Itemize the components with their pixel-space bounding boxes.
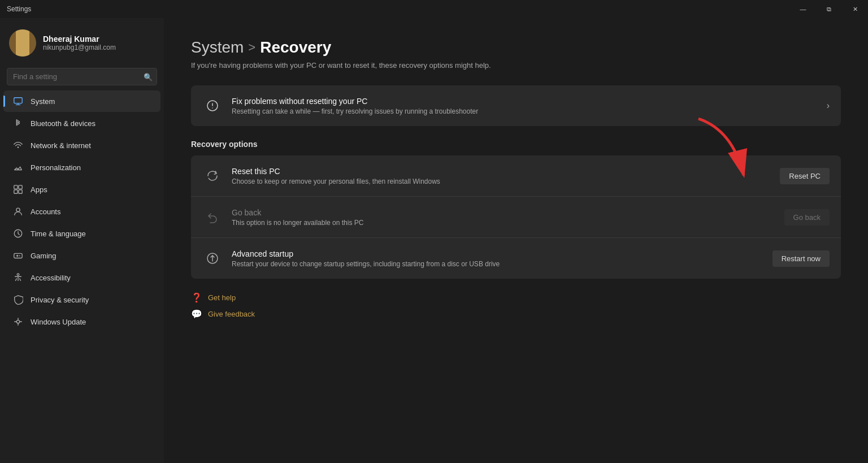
app-layout: Dheeraj Kumar nikunpubg1@gmail.com 🔍 Sys…	[0, 18, 868, 463]
option-row-go-back: Go back This option is no longer availab…	[191, 197, 841, 238]
sidebar-item-windows-update[interactable]: Windows Update	[3, 311, 160, 332]
give-feedback-icon: 💬	[191, 309, 202, 319]
breadcrumb-parent[interactable]: System	[191, 38, 244, 57]
sidebar-item-personalization[interactable]: Personalization	[3, 157, 160, 178]
option-row-reset: Reset this PC Choose to keep or remove y…	[191, 155, 841, 197]
windows-update-icon	[12, 316, 24, 327]
accessibility-icon	[12, 272, 24, 283]
fix-problems-icon	[202, 96, 223, 116]
get-help-label: Get help	[208, 293, 236, 302]
nav-list: System Bluetooth & devices	[0, 90, 164, 333]
sidebar-item-label-accounts: Accounts	[31, 207, 60, 216]
get-help-link[interactable]: ❓ Get help	[191, 292, 841, 303]
sidebar-item-network[interactable]: Network & internet	[3, 135, 160, 156]
user-email: nikunpubg1@gmail.com	[43, 44, 116, 51]
search-input[interactable]	[7, 68, 157, 85]
avatar	[9, 29, 36, 57]
reset-icon	[202, 166, 223, 186]
app-title: Settings	[7, 5, 31, 13]
sidebar-item-label-personalization: Personalization	[31, 163, 81, 172]
sidebar-item-privacy[interactable]: Privacy & security	[3, 289, 160, 310]
avatar-image	[9, 29, 36, 57]
svg-point-10	[17, 274, 19, 276]
advanced-startup-text: Advanced startup Restart your device to …	[232, 249, 772, 268]
user-info: Dheeraj Kumar nikunpubg1@gmail.com	[43, 34, 116, 51]
reset-pc-title: Reset this PC	[232, 167, 780, 176]
user-profile: Dheeraj Kumar nikunpubg1@gmail.com	[0, 18, 164, 66]
recovery-options-card: Reset this PC Choose to keep or remove y…	[191, 155, 841, 279]
fix-problems-link[interactable]: Fix problems without resetting your PC R…	[191, 85, 841, 126]
accounts-icon	[12, 206, 24, 217]
minimize-button[interactable]: —	[790, 0, 816, 18]
recovery-options-title: Recovery options	[191, 140, 841, 149]
reset-pc-button[interactable]: Reset PC	[780, 168, 830, 184]
svg-rect-2	[14, 185, 18, 189]
sidebar-item-label-network: Network & internet	[31, 141, 91, 150]
search-box: 🔍	[7, 68, 157, 85]
svg-rect-3	[19, 185, 22, 189]
fix-problems-title: Fix problems without resetting your PC	[232, 97, 827, 106]
privacy-icon	[12, 294, 24, 305]
reset-pc-text: Reset this PC Choose to keep or remove y…	[232, 167, 780, 185]
give-feedback-link[interactable]: 💬 Give feedback	[191, 309, 841, 319]
go-back-button: Go back	[784, 209, 830, 226]
window-controls: — ⧉ ✕	[790, 0, 868, 18]
bluetooth-icon	[12, 118, 24, 129]
search-icon: 🔍	[144, 72, 153, 81]
sidebar: Dheeraj Kumar nikunpubg1@gmail.com 🔍 Sys…	[0, 18, 164, 463]
svg-rect-0	[14, 98, 22, 103]
fix-problems-card: Fix problems without resetting your PC R…	[191, 85, 841, 126]
svg-rect-4	[14, 190, 18, 193]
restore-button[interactable]: ⧉	[816, 0, 842, 18]
svg-point-9	[19, 256, 20, 257]
main-content: System > Recovery If you're having probl…	[164, 18, 868, 340]
breadcrumb-current: Recovery	[260, 38, 331, 57]
reset-pc-desc: Choose to keep or remove your personal f…	[232, 178, 780, 185]
get-help-icon: ❓	[191, 292, 202, 303]
sidebar-item-label-apps: Apps	[31, 185, 47, 194]
svg-point-11	[16, 320, 19, 323]
sidebar-item-gaming[interactable]: Gaming	[3, 245, 160, 266]
svg-point-6	[16, 208, 20, 211]
help-section: ❓ Get help 💬 Give feedback	[191, 292, 841, 319]
sidebar-item-label-gaming: Gaming	[31, 252, 57, 260]
sidebar-item-label-windows-update: Windows Update	[31, 318, 86, 326]
fix-problems-text: Fix problems without resetting your PC R…	[232, 97, 827, 115]
time-icon	[12, 228, 24, 239]
main-wrapper: System > Recovery If you're having probl…	[164, 18, 868, 463]
breadcrumb-separator: >	[248, 40, 255, 55]
user-name: Dheeraj Kumar	[43, 34, 116, 44]
option-row-advanced-startup: Advanced startup Restart your device to …	[191, 238, 841, 279]
go-back-icon	[202, 207, 223, 227]
apps-icon	[12, 184, 24, 195]
sidebar-item-label-system: System	[31, 97, 55, 106]
restart-now-button[interactable]: Restart now	[772, 250, 830, 267]
sidebar-item-time[interactable]: Time & language	[3, 223, 160, 244]
network-icon	[12, 140, 24, 151]
give-feedback-label: Give feedback	[208, 310, 255, 318]
sidebar-item-apps[interactable]: Apps	[3, 179, 160, 200]
titlebar: Settings — ⧉ ✕	[0, 0, 868, 18]
sidebar-item-accounts[interactable]: Accounts	[3, 201, 160, 222]
fix-chevron-icon: ›	[827, 101, 830, 111]
go-back-title: Go back	[232, 208, 784, 217]
svg-point-1	[18, 146, 19, 148]
personalization-icon	[12, 162, 24, 173]
advanced-startup-title: Advanced startup	[232, 249, 772, 258]
breadcrumb: System > Recovery	[191, 38, 841, 57]
sidebar-item-bluetooth[interactable]: Bluetooth & devices	[3, 112, 160, 134]
sidebar-item-label-privacy: Privacy & security	[31, 296, 89, 304]
sidebar-item-label-bluetooth: Bluetooth & devices	[31, 119, 96, 128]
advanced-startup-desc: Restart your device to change startup se…	[232, 260, 772, 268]
fix-problems-desc: Resetting can take a while — first, try …	[232, 107, 827, 115]
go-back-desc: This option is no longer available on th…	[232, 219, 784, 227]
gaming-icon	[12, 250, 24, 261]
close-button[interactable]: ✕	[842, 0, 868, 18]
system-icon	[12, 96, 24, 107]
sidebar-item-accessibility[interactable]: Accessibility	[3, 267, 160, 288]
page-description: If you're having problems with your PC o…	[191, 61, 841, 70]
advanced-startup-icon	[202, 248, 223, 269]
sidebar-item-system[interactable]: System	[3, 90, 160, 112]
sidebar-item-label-time: Time & language	[31, 230, 86, 238]
svg-rect-5	[19, 190, 22, 193]
